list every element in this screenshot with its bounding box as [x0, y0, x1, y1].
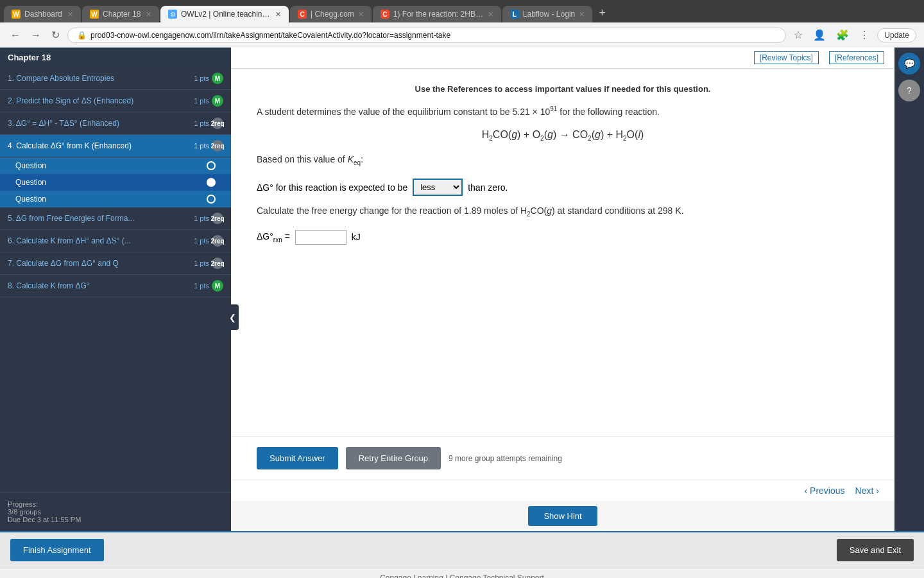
- tab-favicon-chegg: C: [298, 10, 307, 19]
- question-content: Use the References to access important v…: [231, 69, 894, 436]
- right-sidebar: 💬 ?: [894, 48, 924, 531]
- sub-item-4-2-title: Question: [15, 178, 207, 187]
- tab-favicon-labflow: L: [510, 10, 519, 19]
- sidebar-item-1-badge: M: [212, 73, 223, 84]
- tab-chegg[interactable]: C | Chegg.com ✕: [290, 6, 372, 22]
- sidebar-item-2-pts: 1 pts: [194, 97, 209, 105]
- sub-item-4-2-radio: [207, 178, 216, 187]
- update-button[interactable]: Update: [877, 28, 916, 42]
- question-toolbar: [Review Topics] [References]: [231, 48, 894, 69]
- question-nav: ‹ Previous Next ›: [231, 480, 894, 501]
- sidebar-item-7-badge: 2req: [212, 258, 223, 269]
- sidebar-item-3-pts: 1 pts: [194, 119, 209, 127]
- tab-close-chapter18[interactable]: ✕: [146, 10, 151, 19]
- sidebar-item-2[interactable]: 2. Predict the Sign of ΔS (Enhanced) 1 p…: [0, 90, 231, 112]
- sidebar-item-1[interactable]: 1. Compare Absolute Entropies 1 pts M: [0, 67, 231, 90]
- menu-button[interactable]: ⋮: [857, 26, 872, 44]
- finish-assignment-button[interactable]: Finish Assignment: [10, 539, 104, 561]
- sidebar-item-6-badge: 2req: [212, 235, 223, 247]
- sidebar-item-5[interactable]: 5. ΔG from Free Energies of Forma... 1 p…: [0, 207, 231, 230]
- profile-button[interactable]: 👤: [810, 26, 828, 44]
- delta-g-rxn-label: ΔG°rxn =: [257, 231, 290, 243]
- tab-bar: W Dashboard ✕ W Chapter 18 ✕ ⚙ OWLv2 | O…: [0, 0, 924, 22]
- previous-link[interactable]: ‹ Previous: [804, 486, 844, 496]
- exponent: 91: [550, 105, 557, 112]
- tab-close-owlv2[interactable]: ✕: [275, 10, 281, 19]
- toolbar-right: ☆ 👤 🧩 ⋮ Update: [791, 26, 916, 44]
- collapse-sidebar-button[interactable]: ❮: [226, 304, 239, 330]
- extensions-button[interactable]: 🧩: [834, 26, 851, 44]
- sidebar-item-3[interactable]: 3. ΔG° = ΔH° - TΔS° (Enhanced) 1 pts 2re…: [0, 112, 231, 135]
- sidebar-item-8[interactable]: 8. Calculate K from ΔG° 1 pts M: [0, 275, 231, 297]
- footer-text: Cengage Learning | Cengage Technical Sup…: [380, 574, 544, 578]
- sidebar-item-6-title: 6. Calculate K from ΔH° and ΔS° (...: [8, 236, 190, 245]
- sidebar-item-6[interactable]: 6. Calculate K from ΔH° and ΔS° (... 1 p…: [0, 230, 231, 252]
- sidebar-item-4-badge: 2req: [212, 140, 223, 152]
- address-bar: ← → ↻ 🔒 prod03-cnow-owl.cengagenow.com/i…: [0, 22, 924, 48]
- kj-unit: kJ: [352, 232, 361, 242]
- retry-entire-group-button[interactable]: Retry Entire Group: [346, 447, 441, 469]
- sub-item-4-3-radio: [207, 195, 216, 204]
- next-link[interactable]: Next ›: [855, 486, 879, 496]
- chat-button[interactable]: 💬: [898, 53, 920, 74]
- forward-button[interactable]: →: [28, 27, 44, 44]
- sub-item-4-3[interactable]: Question: [0, 191, 231, 207]
- sidebar-item-6-pts: 1 pts: [194, 237, 209, 245]
- sub-item-4-1[interactable]: Question: [0, 157, 231, 174]
- tab-favicon-hbr: C: [381, 10, 389, 19]
- sidebar-item-7[interactable]: 7. Calculate ΔG from ΔG° and Q 1 pts 2re…: [0, 252, 231, 275]
- save-and-exit-button[interactable]: Save and Exit: [837, 539, 914, 561]
- references-link[interactable]: [References]: [829, 51, 884, 64]
- delta-g-rxn-row: ΔG°rxn = kJ: [257, 230, 869, 245]
- tab-chapter18[interactable]: W Chapter 18 ✕: [82, 6, 159, 22]
- main-wrapper: Chapter 18 1. Compare Absolute Entropies…: [0, 48, 924, 568]
- delta-g-rxn-input[interactable]: [295, 230, 346, 245]
- sidebar-footer: Progress: 3/8 groups Due Dec 3 at 11:55 …: [0, 492, 231, 531]
- tab-labflow[interactable]: L Labflow - Login ✕: [502, 6, 592, 22]
- than-zero-text: than zero.: [468, 182, 508, 193]
- url-bar[interactable]: 🔒 prod03-cnow-owl.cengagenow.com/ilrn/ta…: [67, 28, 786, 43]
- sidebar-item-4[interactable]: 4. Calculate ΔG° from K (Enhanced) 1 pts…: [0, 135, 231, 157]
- tab-close-labflow[interactable]: ✕: [579, 10, 585, 19]
- next-chevron-icon: ›: [876, 486, 879, 496]
- refresh-button[interactable]: ↻: [49, 26, 62, 44]
- tab-favicon-owlv2: ⚙: [168, 10, 177, 19]
- tab-title-dashboard: Dashboard: [24, 10, 64, 19]
- based-on-text: Based on this value of Keq:: [257, 152, 869, 168]
- sidebar-item-8-badge: M: [212, 280, 223, 292]
- chemical-equation: H2CO(g) + O2(g) → CO2(g) + H2O(l): [257, 129, 869, 142]
- bottom-bar: Finish Assignment Save and Exit: [0, 531, 924, 568]
- action-row: Submit Answer Retry Entire Group 9 more …: [231, 436, 894, 480]
- sidebar-item-4-title: 4. Calculate ΔG° from K (Enhanced): [8, 141, 190, 150]
- review-topics-link[interactable]: [Review Topics]: [754, 51, 819, 64]
- show-hint-button[interactable]: Show Hint: [528, 506, 597, 526]
- tab-owlv2[interactable]: ⚙ OWLv2 | Online teaching a... ✕: [160, 6, 289, 22]
- tab-close-dashboard[interactable]: ✕: [67, 10, 73, 19]
- due-label: Due Dec 3 at 11:55 PM: [8, 516, 223, 523]
- tab-hbr[interactable]: C 1) For the reaction: 2HBr(g... ✕: [373, 6, 501, 22]
- url-text: prod03-cnow-owl.cengagenow.com/ilrn/take…: [90, 31, 776, 40]
- next-label: Next: [855, 486, 874, 496]
- bookmark-button[interactable]: ☆: [791, 26, 805, 44]
- sub-item-4-1-title: Question: [15, 161, 207, 170]
- sub-item-4-2[interactable]: Question: [0, 174, 231, 191]
- less-greater-select[interactable]: less greater equal: [413, 179, 463, 196]
- new-tab-button[interactable]: +: [594, 4, 611, 22]
- sub-item-4-3-title: Question: [15, 195, 207, 204]
- help-button[interactable]: ?: [898, 80, 920, 101]
- tab-title-chegg: | Chegg.com: [311, 10, 354, 19]
- tab-close-hbr[interactable]: ✕: [488, 10, 493, 19]
- sidebar-item-7-title: 7. Calculate ΔG from ΔG° and Q: [8, 259, 190, 268]
- sub-item-4-1-radio: [207, 161, 216, 170]
- sub-items-4: Question Question Question: [0, 157, 231, 207]
- tab-close-chegg[interactable]: ✕: [358, 10, 364, 19]
- tab-dashboard[interactable]: W Dashboard ✕: [4, 6, 81, 22]
- tab-favicon-chapter18: W: [90, 10, 99, 19]
- sidebar-item-3-title: 3. ΔG° = ΔH° - TΔS° (Enhanced): [8, 119, 190, 128]
- submit-answer-button[interactable]: Submit Answer: [257, 447, 338, 469]
- back-button[interactable]: ←: [8, 27, 23, 44]
- sidebar-header: Chapter 18: [0, 48, 231, 67]
- sidebar-item-1-pts: 1 pts: [194, 74, 209, 82]
- sidebar-item-8-pts: 1 pts: [194, 282, 209, 290]
- page-footer: Cengage Learning | Cengage Technical Sup…: [0, 568, 924, 578]
